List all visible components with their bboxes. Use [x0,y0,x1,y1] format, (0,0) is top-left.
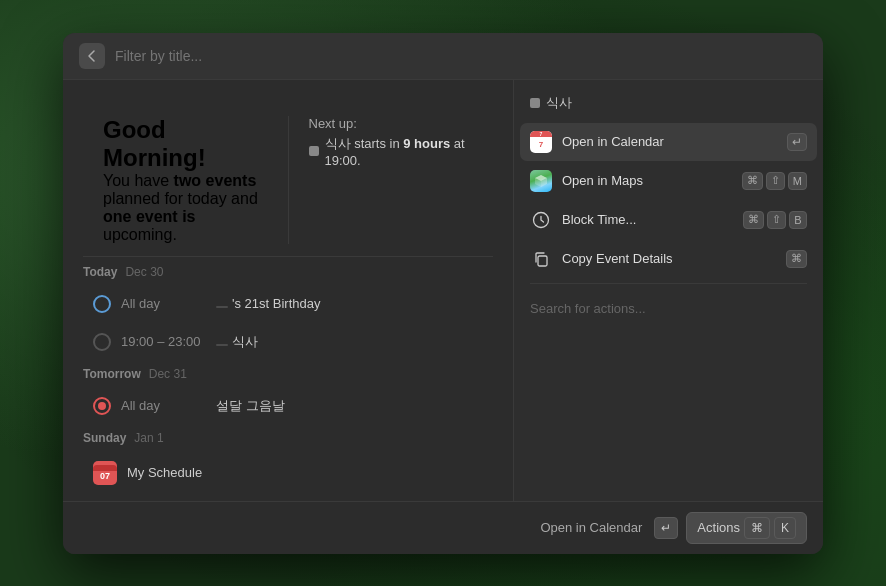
tomorrow-date: Dec 31 [149,367,187,381]
siksa-pill [216,344,228,346]
my-schedule-label: My Schedule [127,465,202,480]
kbd-shift-block: ⇧ [767,211,786,229]
action-copy-label: Copy Event Details [562,251,776,266]
action-open-maps-label: Open in Maps [562,173,732,188]
footer-actions-button[interactable]: Actions ⌘ K [686,512,807,544]
svg-rect-1 [538,256,547,266]
footer-kbd-return: ↵ [654,517,678,539]
event-name-siksa: 식사 [216,333,258,351]
event-name-lunar: 설달 그음날 [216,397,285,415]
action-open-maps-shortcut: ⌘ ⇧ M [742,172,807,190]
action-block-time[interactable]: Block Time... ⌘ ⇧ B [520,201,817,239]
context-event-header: 식사 [520,88,817,118]
kbd-cmd-copy: ⌘ [786,250,807,268]
sunday-header: Sunday Jan 1 [83,431,493,445]
copy-icon [530,248,552,270]
context-menu-panel: 식사 7 7 Open in Calendar ↵ [513,80,823,501]
footer-kbd-k: K [774,517,796,539]
filter-input[interactable] [115,48,807,64]
today-date: Dec 30 [125,265,163,279]
greeting-section: Good Morning! You have two events planne… [103,116,268,244]
tomorrow-label: Tomorrow [83,367,141,381]
sunday-label: Sunday [83,431,126,445]
context-event-name: 식사 [546,94,572,112]
footer-actions-label: Actions [697,520,740,535]
event-birthday[interactable]: All day 's 21st Birthday [83,287,493,321]
action-open-calendar-shortcut: ↵ [787,133,807,151]
event-time-lunar: All day [121,398,206,413]
event-lunar[interactable]: All day 설달 그음날 [83,389,493,423]
search-actions: Search for actions... [520,293,817,324]
app-window: Good Morning! You have two events planne… [63,33,823,554]
birthday-pill [216,306,228,308]
action-open-calendar-label: Open in Calendar [562,134,777,149]
next-up-text: 식사 starts in 9 hours at 19:00. [325,135,474,168]
header [63,33,823,80]
kbd-b: B [789,211,807,229]
next-up-starts: starts in [354,136,403,151]
calendar-icon-box: 07 [93,461,117,485]
kbd-return: ↵ [787,133,807,151]
kbd-cmd-maps: ⌘ [742,172,763,190]
action-block-time-label: Block Time... [562,212,733,227]
kbd-shift-maps: ⇧ [766,172,785,190]
action-open-maps[interactable]: Open in Maps ⌘ ⇧ M [520,162,817,200]
event-time-siksa: 19:00 – 23:00 [121,334,206,349]
event-circle-birthday [93,295,111,313]
clock-icon [530,209,552,231]
today-label: Today [83,265,117,279]
left-panel: Good Morning! You have two events planne… [63,80,513,501]
next-up-hours: 9 hours [403,136,450,151]
footer-kbd-cmd: ⌘ [744,517,770,539]
next-up-dot [309,146,319,156]
maps-app-icon [530,170,552,192]
footer: Open in Calendar ↵ Actions ⌘ K [63,501,823,554]
event-siksa[interactable]: 19:00 – 23:00 식사 [83,325,493,359]
search-actions-text: Search for actions... [530,301,646,316]
divider-top [83,256,493,257]
next-up-section: Next up: 식사 starts in 9 hours at 19:00. [288,116,474,244]
sunday-section: Sunday Jan 1 07 My Schedule [83,431,493,493]
action-open-calendar[interactable]: 7 7 Open in Calendar ↵ [520,123,817,161]
event-circle-lunar [93,397,111,415]
sunday-date: Jan 1 [134,431,163,445]
cal-icon-num: 07 [100,471,110,481]
footer-open-label: Open in Calendar [540,520,642,535]
today-section: Today Dec 30 All day 's 21st Birthday 19… [83,265,493,359]
event-circle-siksa [93,333,111,351]
action-copy-shortcut: ⌘ [786,250,807,268]
greeting-body: You have two events planned for today an… [103,172,268,244]
kbd-cmd-block: ⌘ [743,211,764,229]
tomorrow-section: Tomorrow Dec 31 All day 설달 그음날 [83,367,493,423]
tomorrow-header: Tomorrow Dec 31 [83,367,493,381]
kbd-m: M [788,172,807,190]
next-up-content: 식사 starts in 9 hours at 19:00. [309,135,474,168]
back-button[interactable] [79,43,105,69]
event-name-birthday: 's 21st Birthday [216,296,320,311]
calendar-app-icon: 7 7 [530,131,552,153]
event-time-birthday: All day [121,296,206,311]
my-schedule-item[interactable]: 07 My Schedule [83,453,493,493]
context-dot [530,98,540,108]
top-info: Good Morning! You have two events planne… [83,100,493,244]
action-block-time-shortcut: ⌘ ⇧ B [743,211,807,229]
next-up-label: Next up: [309,116,474,131]
context-divider [530,283,807,284]
next-up-event-name: 식사 [325,136,351,151]
greeting-title: Good Morning! [103,116,268,172]
today-header: Today Dec 30 [83,265,493,279]
action-copy-event[interactable]: Copy Event Details ⌘ [520,240,817,278]
